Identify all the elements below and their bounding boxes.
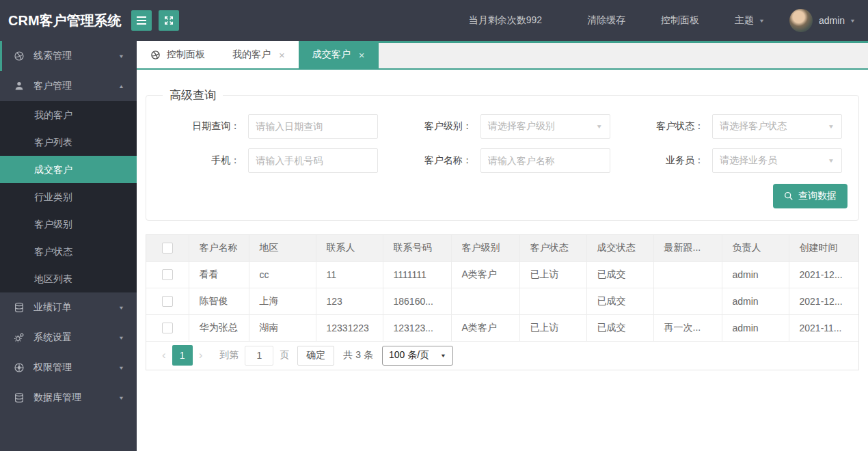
cell: admin: [722, 261, 789, 288]
app-title: CRM客户管理系统: [0, 12, 131, 30]
cell: A类客户: [451, 314, 519, 341]
sidebar-item-label: 客户管理: [33, 80, 72, 92]
results-table-panel: 客户名称 地区 联系人 联系号码 客户级别 客户状态 成交状态 最新跟... 负…: [146, 234, 859, 370]
sidebar-item-permissions[interactable]: 权限管理 ▼: [0, 353, 137, 383]
chevron-up-icon: ▲: [118, 83, 124, 90]
sidebar-item-closed-customers[interactable]: 成交客户: [0, 156, 137, 183]
phone-label: 手机：: [146, 154, 248, 167]
table-row: 陈智俊 上海 123 186160... 已成交 admin 2021-12..…: [146, 288, 858, 314]
sidebar-item-customer-list[interactable]: 客户列表: [0, 128, 137, 156]
prev-page-button[interactable]: ‹: [156, 348, 172, 362]
user-dropdown[interactable]: admin ▼: [783, 0, 868, 41]
cell: admin: [722, 314, 789, 341]
sidebar-item-label: 数据库管理: [33, 392, 81, 404]
sidebar-item-customers[interactable]: 客户管理 ▲: [0, 71, 137, 101]
confirm-button[interactable]: 确定: [297, 346, 334, 366]
results-table: 客户名称 地区 联系人 联系号码 客户级别 客户状态 成交状态 最新跟... 负…: [146, 235, 858, 342]
sidebar-item-my-customers[interactable]: 我的客户: [0, 101, 137, 128]
page-content: 高级查询 日期查询： 客户级别： 请选择客户级别 ▼ 客户状态： 请选择客: [137, 87, 868, 370]
search-button-label: 查询数据: [798, 190, 837, 202]
next-page-button[interactable]: ›: [193, 348, 209, 362]
sidebar-item-database[interactable]: 数据库管理 ▼: [0, 383, 137, 413]
current-page-button[interactable]: 1: [172, 345, 193, 366]
goto-page-input[interactable]: [245, 346, 273, 366]
tab-bar: 控制面板 我的客户 × 成交客户 ×: [137, 41, 868, 70]
col-latest-followup: 最新跟...: [653, 235, 722, 261]
tab-my-customers[interactable]: 我的客户 ×: [219, 41, 299, 68]
cell: 123123...: [383, 314, 451, 341]
cell: [451, 288, 519, 314]
sidebar-item-label: 系统设置: [33, 331, 72, 344]
page-unit-label: 页: [280, 349, 289, 361]
cell: [653, 288, 722, 314]
main-area: 控制面板 我的客户 × 成交客户 × 高级查询 日期查询： 客户级别：: [137, 41, 868, 451]
table-row: 看看 cc 11 1111111 A类客户 已上访 已成交 admin 2021…: [146, 261, 858, 288]
tab-label: 控制面板: [167, 49, 205, 61]
gear-icon: [14, 332, 25, 343]
cell: 再一次...: [653, 314, 722, 341]
page-size-select[interactable]: 100 条/页 ▼: [382, 346, 453, 366]
select-placeholder: 请选择业务员: [720, 154, 777, 167]
cell: 123: [316, 288, 383, 314]
chevron-down-icon: ▼: [759, 18, 765, 24]
cell: 湖南: [249, 314, 316, 341]
cell: 已成交: [586, 288, 653, 314]
sidebar-item-leads[interactable]: 线索管理 ▼: [0, 41, 137, 71]
cell: 12331223: [316, 314, 383, 341]
row-checkbox[interactable]: [162, 323, 173, 333]
col-customer-status: 客户状态: [519, 235, 586, 261]
database-icon: [14, 392, 25, 403]
tab-control-panel[interactable]: 控制面板: [137, 41, 219, 68]
clear-cache-link[interactable]: 清除缓存: [569, 0, 643, 41]
query-form: 日期查询： 客户级别： 请选择客户级别 ▼ 客户状态： 请选择客户状态 ▼: [146, 107, 858, 173]
sidebar-item-orders[interactable]: 业绩订单 ▼: [0, 292, 137, 323]
sidebar-item-industry-category[interactable]: 行业类别: [0, 183, 137, 210]
cell: A类客户: [451, 261, 519, 288]
theme-dropdown[interactable]: 主题 ▼: [717, 0, 783, 41]
customer-name-input[interactable]: [480, 148, 610, 173]
select-all-checkbox[interactable]: [162, 243, 173, 254]
close-icon[interactable]: ×: [279, 50, 285, 60]
fullscreen-button[interactable]: [159, 10, 179, 31]
chevron-down-icon: ▼: [440, 353, 446, 359]
chevron-down-icon: ▼: [828, 157, 835, 163]
customer-level-select[interactable]: 请选择客户级别 ▼: [480, 114, 610, 139]
user-avatar: [789, 9, 813, 32]
row-checkbox[interactable]: [162, 269, 173, 280]
sidebar-item-label: 权限管理: [33, 361, 72, 374]
sidebar-item-region-list[interactable]: 地区列表: [0, 265, 137, 292]
sidebar-item-settings[interactable]: 系统设置 ▼: [0, 323, 137, 353]
customers-submenu: 我的客户 客户列表 成交客户 行业类别 客户级别 客户状态 地区列表: [0, 101, 137, 292]
select-placeholder: 请选择客户级别: [488, 120, 555, 133]
salesman-select[interactable]: 请选择业务员 ▼: [712, 148, 842, 173]
date-query-input[interactable]: [248, 114, 378, 139]
sidebar: 线索管理 ▼ 客户管理 ▲ 我的客户 客户列表 成交客户 行业类别 客户级别 客…: [0, 41, 137, 451]
cell: 看看: [189, 261, 249, 288]
collapse-sidebar-button[interactable]: [131, 10, 152, 31]
sidebar-item-customer-level[interactable]: 客户级别: [0, 210, 137, 238]
row-checkbox[interactable]: [162, 296, 173, 307]
customer-name-label: 客户名称：: [378, 154, 480, 167]
cell: [653, 261, 722, 288]
customer-status-select[interactable]: 请选择客户状态 ▼: [712, 114, 842, 139]
col-contact: 联系人: [316, 235, 383, 261]
tab-closed-customers[interactable]: 成交客户 ×: [299, 41, 379, 68]
search-icon: [784, 191, 794, 201]
cell: 已上访: [519, 314, 586, 341]
sidebar-item-customer-status[interactable]: 客户状态: [0, 238, 137, 265]
search-button[interactable]: 查询数据: [773, 184, 847, 208]
select-placeholder: 请选择客户状态: [720, 120, 787, 133]
chevron-down-icon: ▼: [118, 365, 124, 371]
chevron-down-icon: ▼: [828, 123, 835, 129]
phone-input[interactable]: [248, 148, 378, 173]
chevron-down-icon: ▼: [118, 395, 124, 401]
top-header: CRM客户管理系统 当月剩余次数992 清除缓存 控制面板 主题 ▼ admin…: [0, 0, 868, 41]
globe-icon: [150, 50, 161, 60]
chevron-down-icon: ▼: [118, 53, 124, 59]
total-count: 共 3 条: [343, 349, 373, 361]
tab-bar-filler: [379, 41, 868, 68]
close-icon[interactable]: ×: [359, 50, 365, 60]
remaining-count: 当月剩余次数992: [451, 0, 569, 41]
tab-label: 成交客户: [312, 49, 351, 61]
control-panel-link[interactable]: 控制面板: [643, 0, 717, 41]
